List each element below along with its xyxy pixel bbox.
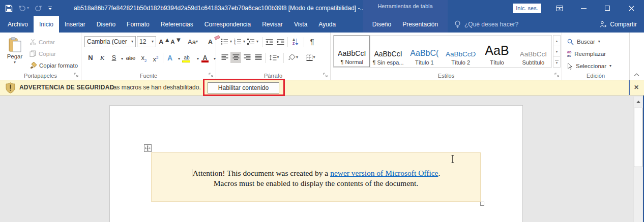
minimize-button[interactable]: [576, 0, 591, 16]
align-center-button[interactable]: [230, 52, 241, 63]
tell-me-box[interactable]: ¿Qué desea hacer?: [454, 16, 518, 33]
undo-dropdown-icon[interactable]: ▾: [27, 6, 29, 10]
collapse-ribbon-button[interactable]: [634, 73, 639, 77]
office-version-link[interactable]: newer version of Microsoft Office: [330, 169, 438, 177]
maximize-button[interactable]: [600, 0, 615, 16]
group-label-editing: Edición: [562, 73, 629, 79]
font-color-bar: [201, 60, 209, 62]
numbering-dropdown-icon[interactable]: ▾: [243, 40, 245, 44]
signin-button[interactable]: Inic. ses.: [513, 4, 541, 13]
close-button[interactable]: [624, 0, 639, 16]
style-card-normal[interactable]: AaBbCcI ¶ Normal: [334, 36, 370, 67]
style-card-titulo2[interactable]: AaBbCcD Título 2: [443, 36, 479, 67]
tab-formato[interactable]: Formato: [121, 16, 155, 33]
tab-correspondencia[interactable]: Correspondencia: [199, 16, 256, 33]
ribbon-display-options-button[interactable]: [552, 0, 567, 16]
multilevel-list-button[interactable]: [246, 36, 256, 47]
highlight-button[interactable]: ab: [181, 52, 192, 64]
bold-button[interactable]: N: [85, 52, 96, 64]
style-card-titulo1[interactable]: AaBbC( Título 1: [406, 36, 443, 67]
copy-button[interactable]: Copiar: [30, 48, 78, 59]
share-button[interactable]: Compartir: [600, 16, 637, 33]
tell-me-label: ¿Qué desea hacer?: [464, 21, 518, 28]
bullets-dropdown-icon[interactable]: ▾: [230, 40, 232, 44]
styles-scroll-up-button[interactable]: ▴: [553, 36, 560, 46]
table-move-handle[interactable]: [144, 144, 152, 152]
bullets-button[interactable]: [219, 36, 230, 47]
font-color-button[interactable]: A: [200, 52, 210, 64]
window-title: ab518a86b77fe842821b50d182b9394d2a59d1c6…: [74, 0, 365, 16]
tab-insertar[interactable]: Insertar: [59, 16, 91, 33]
superscript-button[interactable]: x2: [150, 52, 161, 64]
security-warning-message: Las macros se han deshabilitado.: [110, 80, 201, 95]
italic-button[interactable]: K: [97, 52, 107, 64]
style-card-sin-espaciado[interactable]: AaBbCcI ¶ Sin espa...: [370, 36, 406, 67]
increase-indent-button[interactable]: [275, 36, 286, 47]
multilevel-dropdown-icon[interactable]: ▾: [256, 40, 258, 44]
tab-vista[interactable]: Vista: [288, 16, 313, 33]
undo-button[interactable]: ▾: [18, 5, 29, 12]
scrollbar-thumb[interactable]: [634, 108, 642, 167]
macro-lure-textbox[interactable]: Attention! This document was created by …: [151, 152, 481, 202]
dialog-launcher-icon[interactable]: [554, 73, 560, 78]
cut-button[interactable]: Cortar: [30, 37, 78, 47]
find-button[interactable]: Buscar ▾: [567, 37, 600, 47]
grow-font-button[interactable]: A▲: [159, 36, 170, 47]
style-card-titulo[interactable]: AaB Título: [479, 36, 515, 67]
document-area: Attention! This document was created by …: [0, 96, 644, 222]
paste-dropdown-icon: ▾: [14, 60, 16, 65]
line-spacing-button[interactable]: ▾: [268, 52, 281, 63]
align-right-button[interactable]: [242, 52, 252, 63]
pilcrow-button[interactable]: ¶: [307, 36, 317, 47]
subscript-button[interactable]: x2: [138, 52, 150, 64]
tab-table-design[interactable]: Diseño: [367, 16, 397, 33]
font-size-value: 12: [139, 38, 150, 45]
shrink-font-button[interactable]: A▼: [171, 36, 182, 47]
tab-revisar[interactable]: Revisar: [256, 16, 288, 33]
clear-formatting-button[interactable]: A: [205, 36, 216, 47]
select-button[interactable]: Seleccionar ▾: [567, 61, 611, 71]
textbox-resize-handle[interactable]: [480, 202, 484, 206]
redo-button[interactable]: [35, 5, 42, 12]
change-case-button[interactable]: Aa ▾: [185, 36, 200, 47]
scrollbar-up-button[interactable]: [634, 97, 642, 107]
tab-diseno[interactable]: Diseño: [91, 16, 121, 33]
align-left-button[interactable]: [219, 52, 230, 63]
shading-button[interactable]: ▾: [286, 52, 300, 63]
text-caret: [192, 169, 192, 177]
paste-button[interactable]: Pegar ▾: [3, 35, 26, 73]
dialog-launcher-icon[interactable]: [323, 73, 328, 78]
doc-line1: Attention! This document was created by …: [152, 168, 480, 178]
vertical-scrollbar[interactable]: [633, 97, 642, 222]
style-sample: AaB: [485, 41, 509, 58]
styles-gallery: AaBbCcI ¶ Normal AaBbCcI ¶ Sin espa... A…: [333, 35, 552, 68]
justify-button[interactable]: [253, 52, 264, 63]
font-size-select[interactable]: 12 ▾: [137, 36, 156, 47]
numbering-button[interactable]: 123: [232, 36, 243, 47]
decrease-indent-button[interactable]: [264, 36, 275, 47]
format-painter-button[interactable]: Copiar formato: [30, 60, 78, 71]
svg-text:3: 3: [234, 43, 236, 45]
dialog-launcher-icon[interactable]: [209, 73, 214, 78]
tab-archivo[interactable]: Archivo: [2, 16, 34, 33]
strikethrough-button[interactable]: abe: [124, 52, 137, 64]
tab-inicio[interactable]: Inicio: [34, 16, 59, 33]
sort-button[interactable]: AZ: [289, 36, 302, 47]
replace-button[interactable]: abac Reemplazar: [567, 49, 606, 59]
style-card-subtitulo[interactable]: AaBbCcI Subtítulo: [515, 36, 551, 67]
style-name: ¶ Normal: [340, 59, 363, 65]
text-effects-button[interactable]: A: [165, 52, 175, 64]
qat-customize-icon[interactable]: [48, 6, 52, 11]
save-icon[interactable]: [5, 5, 13, 12]
tab-table-layout[interactable]: Presentación: [397, 16, 444, 33]
font-name-value: Cambria (Cuer: [87, 38, 130, 45]
styles-scroll-down-button[interactable]: ▾: [553, 46, 560, 57]
tab-ayuda[interactable]: Ayuda: [313, 16, 341, 33]
font-name-select[interactable]: Cambria (Cuer ▾: [84, 36, 136, 47]
tab-referencias[interactable]: Referencias: [155, 16, 199, 33]
styles-more-button[interactable]: ▾: [553, 57, 560, 67]
dialog-launcher-icon[interactable]: [74, 73, 79, 78]
annotation-red-box: [203, 79, 285, 96]
borders-button[interactable]: ▾: [304, 52, 318, 63]
message-bar-close-button[interactable]: ✕: [631, 80, 642, 95]
